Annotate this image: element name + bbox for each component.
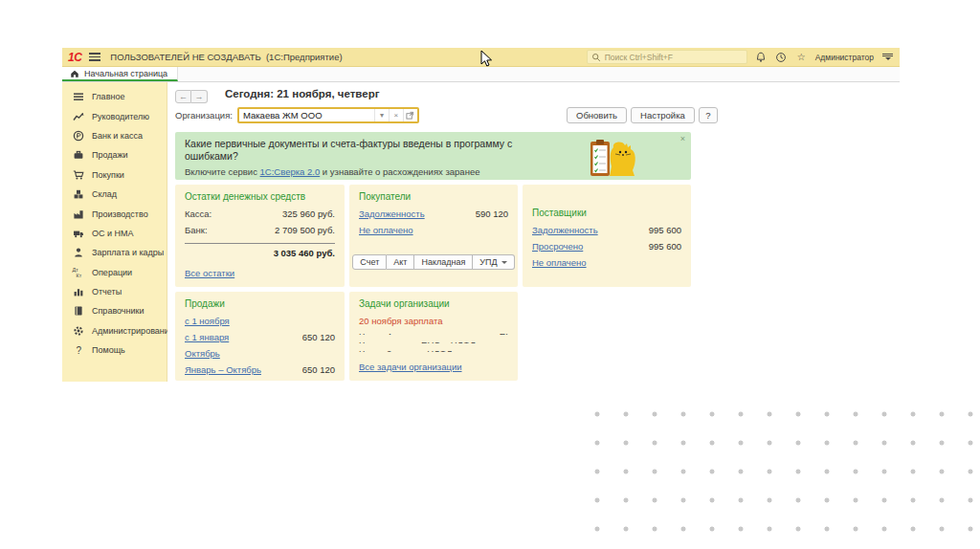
payroll-deadline-alert[interactable]: 20 ноября зарплата bbox=[359, 316, 508, 326]
question-icon: ? bbox=[72, 344, 84, 357]
tab-home-page[interactable]: Начальная страница bbox=[62, 67, 178, 81]
org-dropdown-icon[interactable]: ▾ bbox=[374, 109, 389, 121]
task-item[interactable]: Через неделю ЕНС и НДФЛ за сотрудников bbox=[359, 340, 508, 343]
favorites-star-icon[interactable]: ☆ bbox=[795, 51, 808, 63]
overdue-row: Просрочено 995 600 bbox=[532, 241, 681, 252]
sales-from-jan-link[interactable]: с 1 января bbox=[185, 332, 229, 342]
service-menu-icon[interactable] bbox=[881, 54, 894, 61]
all-tasks-link[interactable]: Все задачи организации bbox=[359, 362, 462, 372]
sidebar-item-main[interactable]: Главное bbox=[62, 87, 167, 106]
sidebar-item-operations[interactable]: ДтКт Операции bbox=[62, 263, 167, 282]
sidebar-item-purchases[interactable]: Покупки bbox=[62, 165, 167, 185]
panel-title: Задачи организации bbox=[359, 298, 508, 309]
window-title: ПОЛЬЗОВАТЕЛЕЙ НЕ СОЗДАВАТЬ (1С:Предприят… bbox=[110, 52, 342, 62]
unpaid-row: Не оплачено bbox=[532, 257, 681, 268]
org-open-icon[interactable] bbox=[403, 109, 417, 121]
book-icon bbox=[72, 305, 84, 318]
panel-title: Поставщики bbox=[532, 208, 681, 218]
history-nav: ← → bbox=[175, 90, 208, 103]
sales-jan-oct-link[interactable]: Январь – Октябрь bbox=[185, 364, 261, 375]
bar-chart-icon bbox=[72, 286, 84, 298]
task-item[interactable]: Через 4 дня страховые взносы и ЕНС bbox=[359, 331, 508, 335]
waybill-button[interactable]: Накладная bbox=[414, 254, 473, 270]
sidebar-item-production[interactable]: Производство bbox=[62, 204, 167, 223]
help-button[interactable]: ? bbox=[699, 107, 718, 123]
organization-field[interactable]: Макаева ЖМ ООО ▾ × bbox=[237, 107, 419, 123]
search-icon bbox=[591, 53, 601, 62]
invoice-button[interactable]: Счет bbox=[352, 254, 387, 270]
back-button[interactable]: ← bbox=[175, 90, 191, 103]
sidebar-item-help[interactable]: ? Помощь bbox=[62, 340, 167, 360]
unpaid-row: Не оплачено bbox=[359, 225, 508, 235]
promo-banner: Какие первичные документы и счета-фактур… bbox=[175, 132, 691, 180]
sidebar-item-bank-cash[interactable]: Банк и касса bbox=[62, 126, 167, 145]
sidebar-item-directories[interactable]: Справочники bbox=[62, 301, 167, 320]
bank-row: Банк: 2 709 500 руб. bbox=[185, 225, 335, 235]
act-button[interactable]: Акт bbox=[387, 254, 414, 270]
sidebar-item-manager[interactable]: Руководителю bbox=[62, 106, 167, 125]
sales-row: Январь – Октябрь 650 120 bbox=[185, 364, 335, 375]
tab-label: Начальная страница bbox=[84, 69, 167, 78]
1c-logo: 1С bbox=[68, 51, 81, 64]
task-item[interactable]: Через 2 недели НДФЛ за сотрудников и зар… bbox=[359, 348, 508, 352]
sverka-link[interactable]: 1С:Сверка 2.0 bbox=[260, 166, 321, 177]
debit-credit-icon: ДтКт bbox=[72, 266, 84, 278]
sidebar-item-sales[interactable]: Продажи bbox=[62, 145, 167, 165]
forward-button[interactable]: → bbox=[191, 90, 208, 103]
sidebar-item-reports[interactable]: Отчеты bbox=[62, 282, 167, 301]
mouse-cursor bbox=[480, 50, 493, 72]
banner-title: Какие первичные документы и счета-фактур… bbox=[185, 138, 568, 163]
debt-row: Задолженность 590 120 bbox=[359, 209, 508, 219]
buyers-unpaid-link[interactable]: Не оплачено bbox=[359, 225, 413, 235]
cash-row: Касса: 325 960 руб. bbox=[185, 209, 335, 219]
buyers-debt-link[interactable]: Задолженность bbox=[359, 209, 425, 219]
all-balances-link[interactable]: Все остатки bbox=[185, 268, 234, 278]
global-search-input[interactable]: Поиск Ctrl+Shift+F bbox=[587, 50, 747, 64]
factory-icon bbox=[72, 208, 84, 220]
svg-text:?: ? bbox=[76, 345, 81, 356]
sidebar-item-administration[interactable]: Администрирование bbox=[62, 321, 167, 340]
suppliers-panel: Поставщики Задолженность 995 600 Просроч… bbox=[523, 185, 691, 287]
gear-icon bbox=[72, 324, 84, 337]
search-placeholder: Поиск Ctrl+Shift+F bbox=[605, 53, 673, 62]
total-divider bbox=[185, 243, 335, 244]
upd-button[interactable]: УПД bbox=[473, 254, 514, 270]
panel-title: Остатки денежных средств bbox=[185, 191, 335, 202]
screenshot-canvas: 1С ПОЛЬЗОВАТЕЛЕЙ НЕ СОЗДАВАТЬ (1С:Предпр… bbox=[0, 0, 980, 549]
org-clear-icon[interactable]: × bbox=[389, 109, 403, 121]
settings-button[interactable]: Настройка bbox=[631, 107, 695, 123]
organization-tasks-panel: Задачи организации 20 ноября зарплата Че… bbox=[349, 292, 518, 381]
sidebar-item-payroll-hr[interactable]: Зарплата и кадры bbox=[62, 243, 167, 262]
refresh-button[interactable]: Обновить bbox=[567, 107, 627, 123]
person-icon bbox=[72, 247, 84, 259]
notifications-bell-icon[interactable] bbox=[755, 51, 768, 63]
organization-value[interactable]: Макаева ЖМ ООО bbox=[239, 110, 374, 121]
sidebar-item-warehouse[interactable]: Склад bbox=[62, 185, 167, 204]
briefcase-icon bbox=[72, 149, 84, 162]
sections-sidebar: Главное Руководителю Банк и касса Продаж… bbox=[62, 82, 167, 382]
home-icon bbox=[70, 69, 79, 78]
menu-icon bbox=[72, 91, 84, 103]
dot-grid-decoration bbox=[583, 400, 980, 543]
suppliers-unpaid-link[interactable]: Не оплачено bbox=[532, 257, 587, 268]
main-menu-icon[interactable] bbox=[89, 53, 100, 61]
home-page-content: ← → Сегодня: 21 ноября, четверг Организа… bbox=[167, 82, 900, 382]
sidebar-item-fixed-assets[interactable]: ОС и НМА bbox=[62, 224, 167, 243]
buyers-panel: Покупатели Задолженность 590 120 Не опла… bbox=[349, 185, 518, 287]
coin-icon bbox=[72, 129, 84, 142]
suppliers-overdue-link[interactable]: Просрочено bbox=[532, 241, 583, 252]
banner-close-icon[interactable]: × bbox=[680, 134, 685, 143]
current-user[interactable]: Администратор bbox=[815, 53, 874, 62]
boxes-icon bbox=[72, 188, 84, 201]
document-buttons: Счет Акт Накладная УПД bbox=[359, 254, 508, 270]
history-icon[interactable] bbox=[775, 51, 788, 63]
suppliers-debt-link[interactable]: Задолженность bbox=[532, 225, 598, 235]
svg-text:Кт: Кт bbox=[77, 273, 82, 278]
cash-total: 3 035 460 руб. bbox=[185, 248, 335, 258]
panel-title: Продажи bbox=[185, 298, 335, 309]
cat-clipboard-illustration bbox=[589, 138, 638, 182]
sales-from-nov-link[interactable]: с 1 ноября bbox=[185, 316, 230, 326]
debt-row: Задолженность 995 600 bbox=[532, 225, 681, 235]
trend-chart-icon bbox=[72, 110, 84, 122]
sales-october-link[interactable]: Октябрь bbox=[185, 348, 220, 359]
